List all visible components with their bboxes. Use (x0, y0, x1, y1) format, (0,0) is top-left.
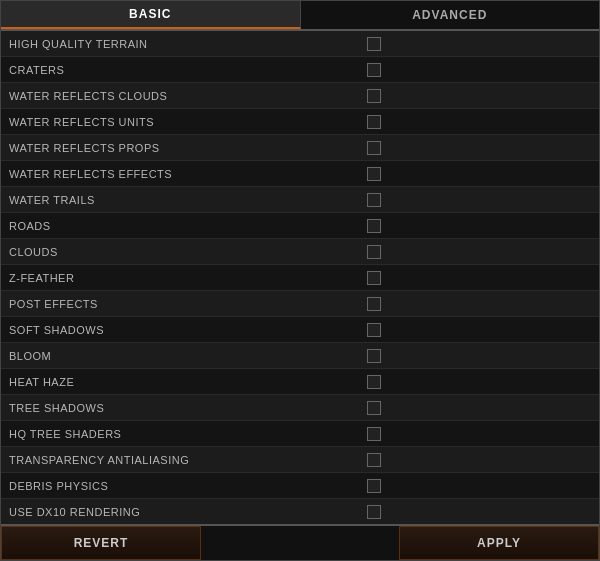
setting-row-water-trails: WATER TRAILS (1, 187, 599, 213)
setting-checkbox-area-water-trails (351, 193, 591, 207)
setting-checkbox-area-water-reflects-effects (351, 167, 591, 181)
setting-checkbox-area-clouds (351, 245, 591, 259)
setting-checkbox-hq-tree-shaders[interactable] (367, 427, 381, 441)
setting-row-high-quality-terrain: HIGH QUALITY TERRAIN (1, 31, 599, 57)
setting-label-water-reflects-props: WATER REFLECTS PROPS (9, 142, 351, 154)
tab-basic[interactable]: BASIC (1, 1, 301, 29)
setting-checkbox-use-dx10-rendering[interactable] (367, 505, 381, 519)
setting-label-high-quality-terrain: HIGH QUALITY TERRAIN (9, 38, 351, 50)
setting-label-heat-haze: HEAT HAZE (9, 376, 351, 388)
setting-checkbox-water-reflects-effects[interactable] (367, 167, 381, 181)
setting-label-tree-shadows: TREE SHADOWS (9, 402, 351, 414)
setting-checkbox-heat-haze[interactable] (367, 375, 381, 389)
setting-checkbox-area-tree-shadows (351, 401, 591, 415)
setting-checkbox-area-z-feather (351, 271, 591, 285)
setting-row-hq-tree-shaders: HQ TREE SHADERS (1, 421, 599, 447)
setting-row-debris-physics: DEBRIS PHYSICS (1, 473, 599, 499)
setting-row-water-reflects-effects: WATER REFLECTS EFFECTS (1, 161, 599, 187)
setting-label-water-trails: WATER TRAILS (9, 194, 351, 206)
setting-checkbox-area-high-quality-terrain (351, 37, 591, 51)
setting-checkbox-transparency-antialiasing[interactable] (367, 453, 381, 467)
setting-checkbox-tree-shadows[interactable] (367, 401, 381, 415)
setting-row-heat-haze: HEAT HAZE (1, 369, 599, 395)
setting-label-transparency-antialiasing: TRANSPARENCY ANTIALIASING (9, 454, 351, 466)
setting-checkbox-z-feather[interactable] (367, 271, 381, 285)
setting-row-water-reflects-clouds: WATER REFLECTS CLOUDS (1, 83, 599, 109)
settings-list: HIGH QUALITY TERRAINCRATERSWATER REFLECT… (1, 31, 599, 524)
setting-label-roads: ROADS (9, 220, 351, 232)
setting-label-soft-shadows: SOFT SHADOWS (9, 324, 351, 336)
setting-label-craters: CRATERS (9, 64, 351, 76)
setting-row-roads: ROADS (1, 213, 599, 239)
setting-checkbox-soft-shadows[interactable] (367, 323, 381, 337)
setting-checkbox-high-quality-terrain[interactable] (367, 37, 381, 51)
setting-label-post-effects: POST EFFECTS (9, 298, 351, 310)
setting-label-water-reflects-units: WATER REFLECTS UNITS (9, 116, 351, 128)
tab-header: BASIC ADVANCED (1, 1, 599, 31)
setting-row-clouds: CLOUDS (1, 239, 599, 265)
setting-checkbox-craters[interactable] (367, 63, 381, 77)
setting-row-water-reflects-units: WATER REFLECTS UNITS (1, 109, 599, 135)
setting-label-water-reflects-effects: WATER REFLECTS EFFECTS (9, 168, 351, 180)
setting-label-water-reflects-clouds: WATER REFLECTS CLOUDS (9, 90, 351, 102)
footer-center (201, 526, 399, 560)
settings-window: BASIC ADVANCED HIGH QUALITY TERRAINCRATE… (0, 0, 600, 561)
setting-checkbox-area-debris-physics (351, 479, 591, 493)
setting-checkbox-area-craters (351, 63, 591, 77)
revert-button[interactable]: REVERT (1, 526, 201, 560)
setting-checkbox-water-reflects-units[interactable] (367, 115, 381, 129)
setting-row-transparency-antialiasing: TRANSPARENCY ANTIALIASING (1, 447, 599, 473)
setting-row-tree-shadows: TREE SHADOWS (1, 395, 599, 421)
setting-checkbox-area-transparency-antialiasing (351, 453, 591, 467)
content-area: HIGH QUALITY TERRAINCRATERSWATER REFLECT… (1, 31, 599, 524)
setting-checkbox-area-heat-haze (351, 375, 591, 389)
footer: REVERT APPLY (1, 524, 599, 560)
setting-label-clouds: CLOUDS (9, 246, 351, 258)
setting-checkbox-area-roads (351, 219, 591, 233)
setting-checkbox-bloom[interactable] (367, 349, 381, 363)
setting-checkbox-area-bloom (351, 349, 591, 363)
setting-label-debris-physics: DEBRIS PHYSICS (9, 480, 351, 492)
setting-checkbox-area-water-reflects-clouds (351, 89, 591, 103)
setting-row-post-effects: POST EFFECTS (1, 291, 599, 317)
setting-label-use-dx10-rendering: USE DX10 RENDERING (9, 506, 351, 518)
setting-row-craters: CRATERS (1, 57, 599, 83)
tab-advanced[interactable]: ADVANCED (301, 1, 600, 29)
setting-checkbox-area-soft-shadows (351, 323, 591, 337)
setting-checkbox-water-trails[interactable] (367, 193, 381, 207)
setting-label-hq-tree-shaders: HQ TREE SHADERS (9, 428, 351, 440)
setting-row-water-reflects-props: WATER REFLECTS PROPS (1, 135, 599, 161)
setting-row-use-dx10-rendering: USE DX10 RENDERING (1, 499, 599, 524)
setting-checkbox-area-hq-tree-shaders (351, 427, 591, 441)
setting-checkbox-area-use-dx10-rendering (351, 505, 591, 519)
setting-checkbox-water-reflects-props[interactable] (367, 141, 381, 155)
setting-checkbox-area-water-reflects-props (351, 141, 591, 155)
setting-checkbox-debris-physics[interactable] (367, 479, 381, 493)
apply-button[interactable]: APPLY (399, 526, 599, 560)
setting-row-z-feather: Z-FEATHER (1, 265, 599, 291)
setting-row-bloom: BLOOM (1, 343, 599, 369)
setting-label-z-feather: Z-FEATHER (9, 272, 351, 284)
setting-checkbox-roads[interactable] (367, 219, 381, 233)
setting-checkbox-clouds[interactable] (367, 245, 381, 259)
setting-checkbox-area-post-effects (351, 297, 591, 311)
setting-checkbox-water-reflects-clouds[interactable] (367, 89, 381, 103)
setting-checkbox-area-water-reflects-units (351, 115, 591, 129)
setting-row-soft-shadows: SOFT SHADOWS (1, 317, 599, 343)
setting-checkbox-post-effects[interactable] (367, 297, 381, 311)
setting-label-bloom: BLOOM (9, 350, 351, 362)
